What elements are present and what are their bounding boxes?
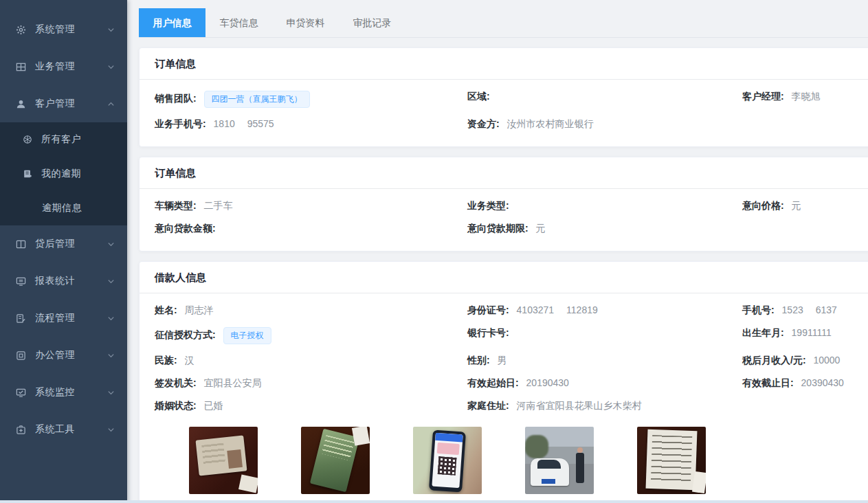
field-label: 车辆类型: <box>155 200 197 211</box>
field-loan-term: 意向贷款期限: 元 <box>467 217 742 240</box>
field-name: 姓名: 周志洋 <box>155 299 467 322</box>
id-card-photo[interactable]: 人像面 <box>189 427 258 503</box>
id-card-photo-thumbnail <box>189 427 258 494</box>
field-value: 元 <box>536 223 546 234</box>
wheel-icon <box>22 134 33 145</box>
sidebar-item-system-mgmt[interactable]: 系统管理 <box>0 11 127 48</box>
sidebar-item-label: 办公管理 <box>35 349 107 361</box>
field-marital-status: 婚姻状态: 已婚 <box>155 394 467 417</box>
sidebar-item-business-mgmt[interactable]: 业务管理 <box>0 48 127 85</box>
monitor-icon <box>15 276 26 287</box>
customer-mgmt-submenu: 所有客户 我的逾期 逾期信息 <box>0 122 127 225</box>
sidebar-item-system-tools[interactable]: 系统工具 <box>0 411 127 448</box>
bottom-divider <box>0 500 868 503</box>
office-icon <box>15 350 26 361</box>
field-issuing-authority: 签发机关: 宜阳县公安局 <box>155 372 467 394</box>
sidebar-item-postloan-mgmt[interactable]: 贷后管理 <box>0 225 127 262</box>
field-label: 资金方: <box>467 118 500 129</box>
sidebar-item-customer-mgmt[interactable]: 客户管理 <box>0 85 127 122</box>
tab-approval-records[interactable]: 审批记录 <box>339 8 405 37</box>
handwritten-paper-art <box>646 429 698 490</box>
notebook-icon <box>22 168 33 179</box>
credit-auth-photo[interactable]: 征信授权 <box>413 427 482 503</box>
license-photo-thumbnail <box>301 427 370 494</box>
field-birth-date: 出生年月: 19911111 <box>742 322 858 349</box>
field-business-type: 业务类型: <box>467 194 742 217</box>
field-value: 已婚 <box>204 400 223 411</box>
sidebar-item-report-stats[interactable]: 报表统计 <box>0 262 127 300</box>
chevron-down-icon <box>107 63 115 71</box>
person-car-photo[interactable]: 人车合影 <box>525 427 594 503</box>
field-value: 19911111 <box>792 327 832 338</box>
field-label: 区域: <box>467 91 490 102</box>
field-value: 15236137 <box>782 304 837 315</box>
field-label: 手机号: <box>742 304 775 315</box>
field-value: 20390430 <box>801 377 844 388</box>
field-ethnicity: 民族: 汉 <box>155 349 467 372</box>
extra-material-photo[interactable]: 材料补充 <box>637 427 706 503</box>
person-art <box>576 453 584 483</box>
sidebar-item-label: 业务管理 <box>35 60 107 73</box>
field-valid-to: 有效截止日: 20390430 <box>742 372 858 394</box>
sidebar-item-label: 报表统计 <box>35 275 107 287</box>
field-value: 周志洋 <box>185 304 214 315</box>
sidebar-item-label: 流程管理 <box>35 312 107 324</box>
sidebar-item-overdue-info[interactable]: 逾期信息 <box>0 191 127 225</box>
field-value: 宜阳县公安局 <box>204 377 262 388</box>
field-label: 有效截止日: <box>742 377 794 388</box>
field-label: 性别: <box>467 355 490 366</box>
book-icon <box>15 238 26 249</box>
toolbox-icon <box>15 424 26 435</box>
value-part: 6137 <box>816 304 837 315</box>
sidebar-item-office-mgmt[interactable]: 办公管理 <box>0 337 127 374</box>
credit-auth-photo-thumbnail <box>413 427 482 494</box>
field-label: 客户经理: <box>742 91 784 102</box>
value-part: 95575 <box>247 118 274 129</box>
sidebar-item-process-mgmt[interactable]: 流程管理 <box>0 300 127 337</box>
value-part: 112819 <box>566 304 598 315</box>
field-value: 汝州市农村商业银行 <box>507 118 594 129</box>
field-value: 汉 <box>185 355 194 366</box>
credit-auth-tag: 电子授权 <box>223 327 271 344</box>
field-monthly-income: 税后月收入/元: 10000 <box>742 349 858 372</box>
chevron-down-icon <box>107 389 115 396</box>
field-value: 李晓旭 <box>792 91 821 102</box>
chevron-down-icon <box>107 315 115 322</box>
tab-loan-application-docs[interactable]: 申贷资料 <box>272 8 339 37</box>
sidebar-item-my-overdue[interactable]: 我的逾期 <box>0 157 127 191</box>
chevron-down-icon <box>107 26 115 34</box>
license-photo[interactable]: 驾驶证照片 <box>301 427 370 503</box>
paper-scrap-art <box>352 427 370 446</box>
green-booklet-art <box>310 429 359 493</box>
sales-team-tag: 四团一营（直属王鹏飞） <box>204 91 310 108</box>
tab-car-loan-info[interactable]: 车贷信息 <box>205 8 272 37</box>
field-label: 业务类型: <box>467 200 509 211</box>
sidebar-item-label: 系统工具 <box>35 423 107 436</box>
field-intent-price: 意向价格: 元 <box>742 194 858 217</box>
gear-icon <box>15 24 26 35</box>
field-loan-amount: 意向贷款金额: <box>155 217 467 240</box>
qr-code-art <box>438 456 457 476</box>
field-region: 区域: <box>467 85 742 113</box>
sidebar-item-label: 贷后管理 <box>35 238 107 250</box>
phone-art <box>429 429 466 492</box>
tab-user-info[interactable]: 用户信息 <box>139 8 205 37</box>
field-funder: 资金方: 汝州市农村商业银行 <box>467 113 742 135</box>
sidebar-item-label: 我的逾期 <box>41 168 115 180</box>
order-info-card-2: 订单信息 车辆类型: 二手车 业务类型: 意向价格: 元 意向贷款金额: <box>139 157 868 252</box>
sidebar-item-all-customers[interactable]: 所有客户 <box>0 122 127 157</box>
sidebar-item-label: 逾期信息 <box>42 202 115 214</box>
field-label: 婚姻状态: <box>155 400 197 411</box>
sidebar-item-label: 系统管理 <box>35 23 107 36</box>
sidebar-item-label: 客户管理 <box>35 98 107 110</box>
field-vehicle-type: 车辆类型: 二手车 <box>155 194 467 217</box>
value-part: 4103271 <box>517 304 555 315</box>
user-icon <box>15 98 26 109</box>
field-home-address: 家庭住址: 河南省宜阳县花果山乡木柴村 <box>467 394 742 417</box>
extra-material-photo-thumbnail <box>637 427 706 494</box>
sidebar-item-system-monitor[interactable]: 系统监控 <box>0 374 127 411</box>
tab-bar: 用户信息 车贷信息 申贷资料 审批记录 <box>139 8 868 38</box>
field-label: 民族: <box>155 355 177 366</box>
chevron-down-icon <box>107 352 115 359</box>
grid-icon <box>15 61 26 72</box>
